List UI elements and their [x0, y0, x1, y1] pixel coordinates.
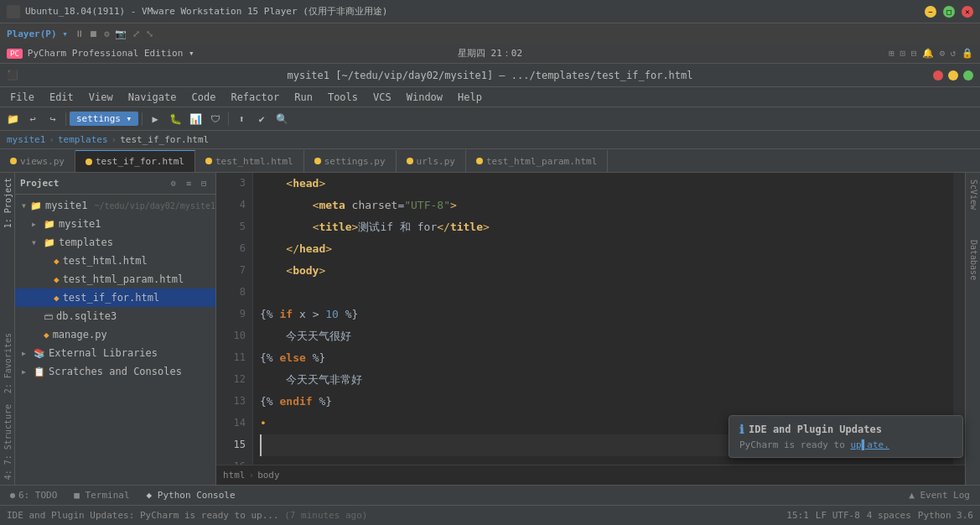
tree-label: test_html.html: [63, 255, 148, 267]
menu-code[interactable]: Code: [185, 90, 223, 105]
toolbar-search[interactable]: 🔍: [272, 110, 291, 128]
menu-window[interactable]: Window: [400, 90, 449, 105]
tree-label: templates: [59, 237, 113, 248]
popup-update-link[interactable]: up▌ate.: [850, 439, 889, 450]
tree-db-sqlite[interactable]: ▶ 🗃 db.sqlite3: [15, 307, 215, 325]
scratches-label: Scratches and Consoles: [49, 366, 182, 377]
tab-label: test_html_param.html: [486, 156, 597, 167]
toolbar-profile[interactable]: 📊: [186, 110, 205, 128]
tab-terminal[interactable]: ■ Terminal: [67, 488, 136, 502]
panel-filter-icon[interactable]: ≡: [182, 177, 195, 190]
favorites-panel-label[interactable]: 2: Favorites: [0, 328, 14, 398]
minimize-button[interactable]: −: [925, 6, 936, 18]
folder-icon: 📁: [44, 219, 55, 230]
tree-test-html-param[interactable]: ▶ ◆ test_html_param.html: [15, 270, 215, 288]
tree-scratches[interactable]: ▶ 📋 Scratches and Consoles: [15, 362, 215, 381]
settings-button[interactable]: settings ▾: [70, 112, 138, 126]
toolbar-vcs[interactable]: ⬆: [232, 110, 251, 128]
line-num-13: 13: [223, 391, 246, 413]
breadcrumb-templates[interactable]: templates: [58, 134, 108, 145]
toolbar-debug[interactable]: 🐛: [166, 110, 184, 128]
breadcrumb-root[interactable]: mysite1: [7, 134, 45, 145]
project-panel-label[interactable]: 1: Project: [0, 173, 14, 233]
menu-view[interactable]: View: [82, 90, 120, 105]
tree-label: db.sqlite3: [56, 310, 117, 322]
bottom-tabs: 6: TODO ■ Terminal ◆ Python Console ▲ Ev…: [0, 485, 980, 505]
project-panel-title: Project: [20, 178, 163, 189]
todo-label: 6: TODO: [18, 490, 57, 501]
tree-external-libraries[interactable]: ▶ 📚 External Libraries: [15, 344, 215, 362]
toolbar-back[interactable]: ↩: [23, 110, 42, 128]
line-numbers: 3 4 5 6 7 8 9 10 11 12 13 14 15 16: [216, 173, 253, 465]
terminal-btn[interactable]: ⬛: [7, 70, 18, 81]
toolbar-sep1: [65, 112, 66, 126]
tree-manage-py[interactable]: ▶ ◆ manage.py: [15, 325, 215, 344]
app-window: Ubuntu_18.04(1911) - VMware Workstation …: [0, 0, 980, 525]
tree-mysite1-folder[interactable]: ▶ 📁 mysite1: [15, 215, 215, 233]
status-left: IDE and Plugin Updates: PyCharm is ready…: [7, 510, 780, 521]
panel-collapse-icon[interactable]: ⊟: [197, 177, 210, 190]
tree-test-html[interactable]: ▶ ◆ test_html.html: [15, 252, 215, 270]
tab-dot: [314, 158, 321, 164]
python-console-label: ◆ Python Console: [147, 490, 236, 501]
tab-views-py[interactable]: views.py: [0, 150, 75, 172]
python-version[interactable]: Python 3.6: [918, 510, 973, 521]
toolbar-dir-btn[interactable]: 📁: [3, 110, 22, 128]
tree-arrow-icon: ▶: [22, 368, 30, 376]
cursor-position[interactable]: 15:1: [786, 510, 809, 521]
panel-settings-icon[interactable]: ⚙: [167, 177, 180, 190]
pycharm-bar: PC PyCharm Professional Edition ▾ 星期四 21…: [0, 44, 980, 64]
menu-help[interactable]: Help: [451, 90, 489, 105]
editor-tabs: views.py test_if_for.html test_html.html…: [0, 149, 980, 173]
structure-panel-label[interactable]: 4: 7: Structure: [0, 399, 14, 485]
menu-vcs[interactable]: VCS: [366, 90, 398, 105]
close-button[interactable]: ✕: [962, 6, 973, 18]
database-panel-label[interactable]: Database: [966, 233, 980, 287]
tree-templates-folder[interactable]: ▼ 📁 templates: [15, 233, 215, 252]
menu-run[interactable]: Run: [288, 90, 319, 105]
tab-event-log[interactable]: ▲ Event Log: [902, 488, 977, 502]
tab-urls-py[interactable]: urls.py: [397, 150, 466, 172]
indent-setting[interactable]: 4 spaces: [867, 510, 911, 521]
tab-test-html[interactable]: test_html.html: [195, 150, 304, 172]
pycharm-edition[interactable]: PyCharm Professional Edition ▾: [28, 48, 194, 59]
tab-python-console[interactable]: ◆ Python Console: [140, 488, 242, 502]
toolbar-commit[interactable]: ✔: [252, 110, 271, 128]
status-bar: IDE and Plugin Updates: PyCharm is ready…: [0, 505, 980, 525]
player-menu[interactable]: Player(P) ▾: [7, 29, 68, 39]
minimize-dot[interactable]: [948, 70, 958, 81]
popup-text-content: PyCharm is ready to: [739, 439, 850, 450]
toolbar-run[interactable]: ▶: [146, 110, 164, 128]
vmware-bar: Player(P) ▾ ⏸ ⏹ ⚙ 📷 ⤢ ⤡: [0, 23, 980, 44]
menu-refactor[interactable]: Refactor: [224, 90, 286, 105]
window-title-text: Ubuntu_18.04(1911) - VMware Workstation …: [25, 5, 925, 18]
menu-file[interactable]: File: [3, 90, 41, 105]
tab-settings-py[interactable]: settings.py: [304, 150, 397, 172]
tab-test-html-param[interactable]: test_html_param.html: [466, 150, 608, 172]
close-dot[interactable]: [933, 70, 943, 81]
menu-tools[interactable]: Tools: [321, 90, 365, 105]
line-ending[interactable]: LF UTF-8: [816, 510, 860, 521]
code-line-13: {% endif %}: [260, 391, 946, 413]
maximize-dot[interactable]: [963, 70, 973, 81]
toolbar-coverage[interactable]: 🛡: [206, 110, 225, 128]
project-panel-header: Project ⚙ ≡ ⊟: [15, 173, 215, 195]
tree-arrow-icon: ▼: [22, 202, 27, 210]
window-dots: [933, 70, 973, 81]
tab-test-if-for[interactable]: test_if_for.html: [75, 150, 195, 172]
html-file-icon: ◆: [54, 293, 60, 304]
menu-edit[interactable]: Edit: [43, 90, 80, 105]
pycharm-logo: PC: [7, 49, 23, 59]
tree-test-if-for[interactable]: ▶ ◆ test_if_for.html: [15, 288, 215, 307]
toolbar-forward[interactable]: ↪: [44, 110, 62, 128]
scview-panel-label[interactable]: ScView: [966, 173, 980, 216]
right-side-panels: ScView Database: [965, 173, 980, 485]
maximize-button[interactable]: □: [943, 6, 955, 18]
breadcrumb-file[interactable]: test_if_for.html: [120, 134, 209, 145]
tab-todo[interactable]: 6: TODO: [3, 488, 64, 502]
todo-icon: [10, 493, 15, 498]
menu-navigate[interactable]: Navigate: [122, 90, 184, 105]
window-title-label: mysite1 [~/tedu/vip/day02/mysite1] – ...…: [287, 70, 692, 81]
tree-root[interactable]: ▼ 📁 mysite1 ~/tedu/vip/day02/mysite1: [15, 196, 215, 215]
path-body: body: [257, 470, 280, 481]
